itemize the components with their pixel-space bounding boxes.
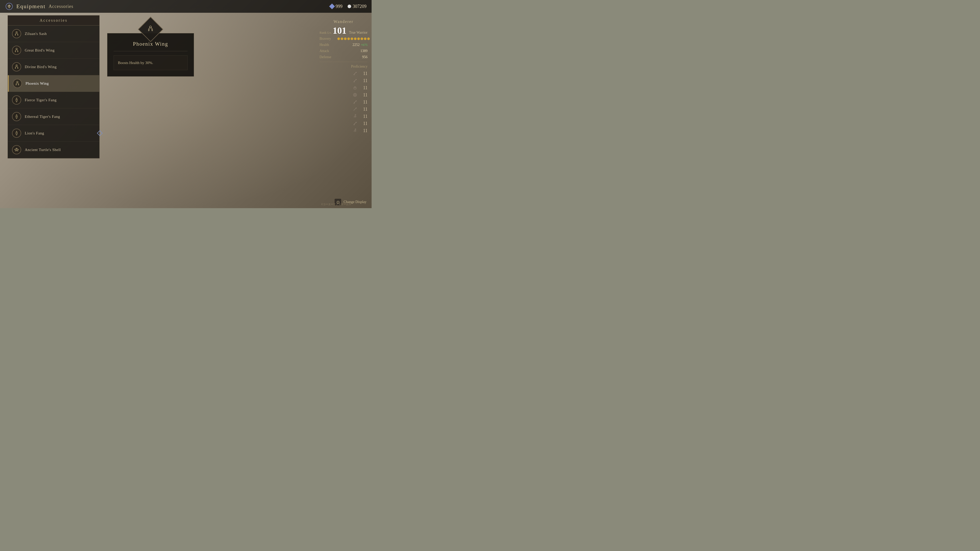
item-icon	[12, 129, 21, 138]
bravery-dot	[361, 38, 363, 40]
prof-sword4-icon	[352, 121, 358, 126]
prof-fist-icon	[352, 85, 358, 91]
bravery-dot	[347, 38, 350, 40]
bravery-row: Bravery	[320, 37, 368, 41]
page-title: Equipment	[16, 3, 46, 10]
svg-point-4	[16, 65, 18, 66]
item-icon	[13, 79, 22, 88]
prof-sword2-icon	[352, 78, 358, 83]
detail-icon-wrapper	[107, 21, 194, 38]
item-name: Ziluan's Sash	[25, 32, 47, 36]
accessories-title: Accessories	[40, 18, 67, 22]
rank-title: True Warrior	[349, 30, 368, 35]
rank-number: 101	[333, 26, 347, 35]
rank-label: Rank Lv.	[320, 30, 332, 35]
proficiency-section: Proficiency 11 11	[320, 65, 368, 133]
circle-currency-icon	[348, 5, 351, 8]
attack-row: Attack 1389	[320, 49, 368, 53]
item-name: Ethereal Tiger's Fang	[25, 114, 60, 119]
health-bonus: +675	[361, 43, 368, 47]
health-row: Health 2252+675	[320, 43, 368, 47]
svg-rect-9	[354, 87, 356, 89]
proficiency-row: 11	[320, 71, 368, 76]
prof-value: 11	[360, 71, 368, 76]
list-item[interactable]: Ancient Turtle's Shell	[8, 141, 99, 158]
proficiency-row: 11	[320, 114, 368, 119]
item-icon	[12, 62, 21, 71]
stats-panel: Wanderer Rank Lv. 101 True Warrior Brave…	[315, 15, 372, 139]
defense-label: Defense	[320, 55, 337, 59]
proficiency-row: 11	[320, 106, 368, 112]
bravery-label: Bravery	[320, 37, 337, 41]
prof-arrow-icon	[352, 106, 358, 112]
accessories-panel: Accessories Ziluan's Sash Great Bir	[8, 15, 100, 203]
prof-value: 11	[360, 114, 368, 119]
diamond-icon	[329, 3, 335, 10]
currency-1: 999	[330, 4, 342, 9]
currency-2-value: 307209	[353, 4, 366, 9]
item-icon	[12, 29, 21, 38]
item-name: Lion's Fang	[25, 131, 44, 135]
prof-value: 11	[360, 106, 368, 112]
item-icon	[12, 46, 21, 55]
list-item[interactable]: Ethereal Tiger's Fang	[8, 108, 99, 125]
svg-point-13	[355, 129, 356, 130]
prof-circle-icon	[352, 92, 358, 98]
defense-row: Defense 956	[320, 55, 368, 59]
prof-run2-icon	[352, 128, 358, 133]
list-item[interactable]: Divine Bird's Wing	[8, 59, 99, 75]
detail-icon-diamond	[138, 17, 163, 42]
currency-2: 307209	[348, 4, 366, 9]
currency-1-value: 999	[336, 4, 342, 9]
item-icon	[12, 95, 21, 105]
bravery-dot	[337, 38, 340, 40]
prof-value: 11	[360, 128, 368, 133]
accessories-list: Ziluan's Sash Great Bird's Wing Divi	[8, 25, 100, 159]
proficiency-title: Proficiency	[320, 65, 368, 68]
list-item[interactable]: Fierce Tiger's Fang	[8, 92, 99, 108]
item-name: Great Bird's Wing	[25, 48, 55, 52]
bravery-dot	[354, 38, 356, 40]
proficiency-row: 11	[320, 78, 368, 83]
divider	[320, 62, 368, 62]
item-name: Divine Bird's Wing	[25, 65, 57, 69]
character-rank: Rank Lv. 101 True Warrior	[320, 26, 368, 35]
bravery-dot	[341, 38, 343, 40]
list-item-selected[interactable]: Phoenix Wing	[8, 75, 99, 92]
bravery-dot	[364, 38, 366, 40]
prof-value: 11	[360, 85, 368, 91]
prof-sword-icon	[352, 71, 358, 76]
bravery-dots	[337, 38, 370, 40]
attack-value: 1389	[360, 49, 368, 53]
svg-point-2	[16, 32, 18, 33]
page-subtitle: Accessories	[49, 4, 73, 9]
header-bar: Equipment Accessories 999 307209	[0, 0, 372, 13]
bravery-dot	[357, 38, 360, 40]
list-item[interactable]: Great Bird's Wing	[8, 42, 99, 59]
detail-card: Phoenix Wing Boosts Health by 30%.	[107, 21, 194, 76]
prof-value: 11	[360, 100, 368, 105]
list-item[interactable]: Lion's Fang	[8, 125, 99, 141]
list-item[interactable]: Ziluan's Sash	[8, 25, 99, 42]
svg-point-10	[353, 94, 357, 97]
detail-icon-inner	[146, 24, 155, 35]
proficiency-row: 11	[320, 99, 368, 105]
defense-value: 956	[362, 55, 368, 59]
svg-point-12	[355, 114, 356, 116]
svg-point-3	[16, 48, 18, 50]
svg-point-11	[354, 94, 355, 95]
bravery-dot	[344, 38, 347, 40]
item-name: Phoenix Wing	[25, 81, 49, 86]
detail-item-name: Phoenix Wing	[114, 41, 188, 51]
bravery-dot	[351, 38, 353, 40]
proficiency-row: 11	[320, 92, 368, 98]
prof-run-icon	[352, 114, 358, 119]
watermark: ©コーエーテクモゲームス	[321, 203, 351, 206]
proficiency-row: 11	[320, 121, 368, 126]
proficiency-row: 11	[320, 85, 368, 91]
svg-point-5	[17, 81, 18, 83]
proficiency-row: 11	[320, 128, 368, 133]
prof-value: 11	[360, 121, 368, 126]
accessories-header: Accessories	[8, 15, 100, 25]
health-value: 2252+675	[352, 43, 368, 47]
